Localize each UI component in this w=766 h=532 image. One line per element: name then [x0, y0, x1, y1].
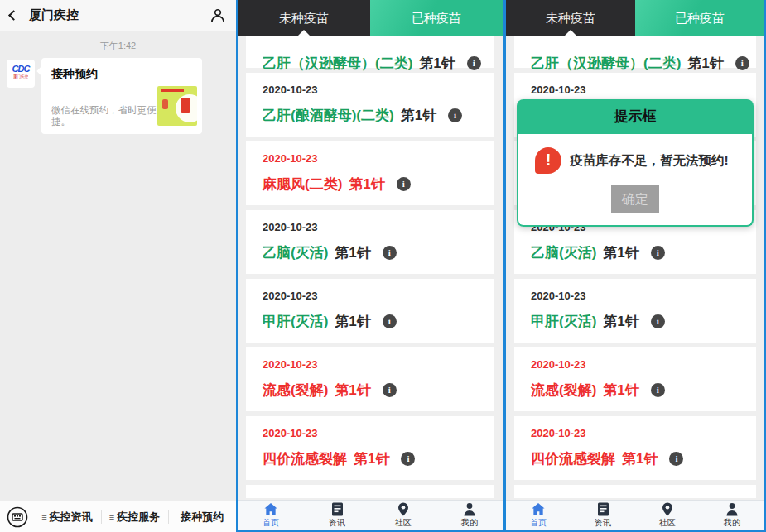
- nav-label: 社区: [659, 517, 676, 529]
- info-icon[interactable]: i: [448, 108, 462, 122]
- alert-dialog: 提示框 ! 疫苗库存不足，暂无法预约! 确定: [517, 99, 754, 227]
- vaccine-row-partial: [514, 485, 756, 498]
- vaccine-tabbar: 未种疫苗 已种疫苗: [238, 0, 503, 36]
- message-timestamp: 下午1:42: [0, 40, 236, 52]
- mine-icon: [463, 502, 476, 516]
- nav-item-mine[interactable]: 我的: [700, 501, 764, 530]
- vaccine-row[interactable]: 2020-10-23 甲肝(灭活) 第1针 i: [246, 279, 494, 343]
- mine-icon: [725, 502, 739, 516]
- nav-item-home[interactable]: 首页: [506, 501, 571, 530]
- vaccine-row-partial: [246, 485, 494, 498]
- vaccine-name: 四价流感裂解: [263, 449, 347, 468]
- nav-item-news[interactable]: 资讯: [571, 501, 635, 530]
- info-icon[interactable]: i: [669, 452, 683, 466]
- vaccine-row[interactable]: 2020-10-23 乙脑(灭活) 第1针 i: [246, 210, 494, 274]
- vaccine-name: 甲肝(灭活): [263, 312, 328, 331]
- avatar-logo-text: CDC: [7, 64, 35, 74]
- info-icon[interactable]: i: [383, 246, 397, 260]
- keyboard-icon[interactable]: [7, 506, 28, 528]
- vaccine-date: 2020-10-23: [263, 152, 494, 165]
- nav-item-mine[interactable]: 我的: [436, 501, 503, 530]
- vaccine-list-panel: 未种疫苗 已种疫苗 乙肝（汉逊酵母）(二类) 第1针 i 2020-10-23 …: [236, 0, 504, 532]
- avatar[interactable]: CDC 厦门疾控: [7, 60, 35, 88]
- nav-label: 资讯: [595, 517, 611, 529]
- vaccine-dose: 第1针: [401, 106, 436, 125]
- info-icon[interactable]: i: [383, 383, 397, 397]
- nav-label: 资讯: [329, 517, 345, 529]
- vaccine-dose: 第1针: [335, 243, 370, 262]
- info-icon[interactable]: i: [651, 246, 665, 260]
- info-icon[interactable]: i: [735, 56, 749, 70]
- thumbnail-illustration: [181, 98, 190, 113]
- info-icon[interactable]: i: [651, 314, 665, 328]
- info-icon[interactable]: i: [651, 383, 665, 397]
- vaccine-row[interactable]: 2020-10-23 四价流感裂解 第1针 i: [246, 416, 494, 480]
- submenu-icon: ≡: [109, 512, 114, 522]
- nav-item-home[interactable]: 首页: [238, 501, 304, 530]
- menu-item-cdc-services[interactable]: ≡ 疾控服务: [101, 501, 169, 532]
- info-icon[interactable]: i: [467, 56, 481, 70]
- menu-item-appointment[interactable]: 接种预约: [168, 501, 236, 532]
- vaccine-name: 流感(裂解): [263, 381, 328, 400]
- vaccine-name: 乙脑(灭活): [263, 243, 328, 262]
- tab-vaccinated[interactable]: 已种疫苗: [370, 0, 503, 36]
- nav-label: 社区: [395, 517, 412, 529]
- nav-label: 我的: [724, 517, 740, 529]
- wechat-menu-bar: ≡ 疾控资讯 ≡ 疾控服务 接种预约: [0, 501, 236, 532]
- menu-item-label: 接种预约: [181, 510, 224, 525]
- home-icon: [263, 502, 278, 516]
- vaccine-dose: 第1针: [687, 54, 723, 73]
- vaccine-row[interactable]: 2020-10-23 甲肝(灭活) 第1针 i: [514, 279, 756, 343]
- info-icon[interactable]: i: [401, 452, 415, 466]
- vaccine-row[interactable]: 乙肝（汉逊酵母）(二类) 第1针 i: [514, 36, 756, 68]
- back-icon[interactable]: [8, 10, 19, 21]
- vaccine-list-panel-with-dialog: 未种疫苗 已种疫苗 乙肝（汉逊酵母）(二类) 第1针 i 2020-10-23 …: [504, 0, 766, 532]
- nav-item-community[interactable]: 社区: [635, 501, 700, 530]
- info-icon[interactable]: i: [383, 314, 397, 328]
- chat-title: 厦门疾控: [29, 7, 79, 23]
- vaccine-list: 乙肝（汉逊酵母）(二类) 第1针 i 2020-10-23 乙肝(酿酒酵母)(二…: [238, 36, 503, 498]
- nav-item-community[interactable]: 社区: [370, 501, 436, 530]
- vaccine-name: 四价流感裂解: [531, 449, 615, 468]
- vaccine-date: 2020-10-23: [263, 427, 494, 439]
- vaccine-name: 甲肝(灭活): [531, 312, 596, 331]
- vaccine-dose: 第1针: [349, 175, 384, 194]
- tab-unvaccinated[interactable]: 未种疫苗: [238, 0, 370, 36]
- news-icon: [597, 502, 609, 516]
- vaccine-dose: 第1针: [335, 381, 370, 400]
- tab-vaccinated[interactable]: 已种疫苗: [635, 0, 764, 36]
- vaccine-date: 2020-10-23: [531, 84, 756, 96]
- vaccine-date: 2020-10-23: [531, 427, 756, 439]
- community-icon: [662, 502, 673, 516]
- news-icon: [331, 502, 344, 516]
- dialog-title: 提示框: [517, 99, 754, 134]
- vaccine-date: 2020-10-23: [531, 290, 756, 302]
- nav-label: 我的: [461, 517, 478, 529]
- menu-item-label: 疾控资讯: [50, 510, 93, 525]
- vaccine-tabbar: 未种疫苗 已种疫苗: [506, 0, 764, 36]
- confirm-button[interactable]: 确定: [611, 185, 659, 213]
- submenu-icon: ≡: [41, 512, 46, 522]
- vaccine-row[interactable]: 2020-10-23 流感(裂解) 第1针 i: [246, 347, 494, 411]
- vaccine-row[interactable]: 2020-10-23 麻腮风(二类) 第1针 i: [246, 141, 494, 205]
- vaccine-name: 乙脑(灭活): [531, 243, 596, 262]
- nav-item-news[interactable]: 资讯: [304, 501, 370, 530]
- vaccine-row[interactable]: 2020-10-23 四价流感裂解 第1针 i: [514, 416, 756, 480]
- contact-icon[interactable]: [210, 7, 226, 24]
- info-icon[interactable]: i: [397, 177, 411, 191]
- wechat-chat-panel: 厦门疾控 下午1:42 CDC 厦门疾控 接种预约 微信在线预约，省时更便捷。 …: [0, 0, 236, 532]
- thumbnail-illustration: [162, 99, 168, 109]
- nav-label: 首页: [530, 517, 547, 529]
- vaccine-row[interactable]: 2020-10-23 乙肝(酿酒酵母)(二类) 第1针 i: [246, 73, 494, 137]
- dialog-body: ! 疫苗库存不足，暂无法预约! 确定: [517, 134, 754, 227]
- vaccine-row[interactable]: 2020-10-23 流感(裂解) 第1针 i: [514, 347, 756, 411]
- vaccine-dose: 第1针: [354, 449, 389, 468]
- vaccine-date: 2020-10-23: [263, 84, 494, 96]
- nav-label: 首页: [263, 517, 279, 529]
- community-icon: [397, 502, 409, 516]
- message-card[interactable]: 接种预约 微信在线预约，省时更便捷。: [41, 58, 202, 134]
- vaccine-row[interactable]: 乙肝（汉逊酵母）(二类) 第1针 i: [246, 36, 494, 68]
- menu-item-cdc-news[interactable]: ≡ 疾控资讯: [33, 501, 101, 532]
- tab-unvaccinated[interactable]: 未种疫苗: [506, 0, 635, 36]
- message-subtitle: 微信在线预约，省时更便捷。: [51, 104, 166, 127]
